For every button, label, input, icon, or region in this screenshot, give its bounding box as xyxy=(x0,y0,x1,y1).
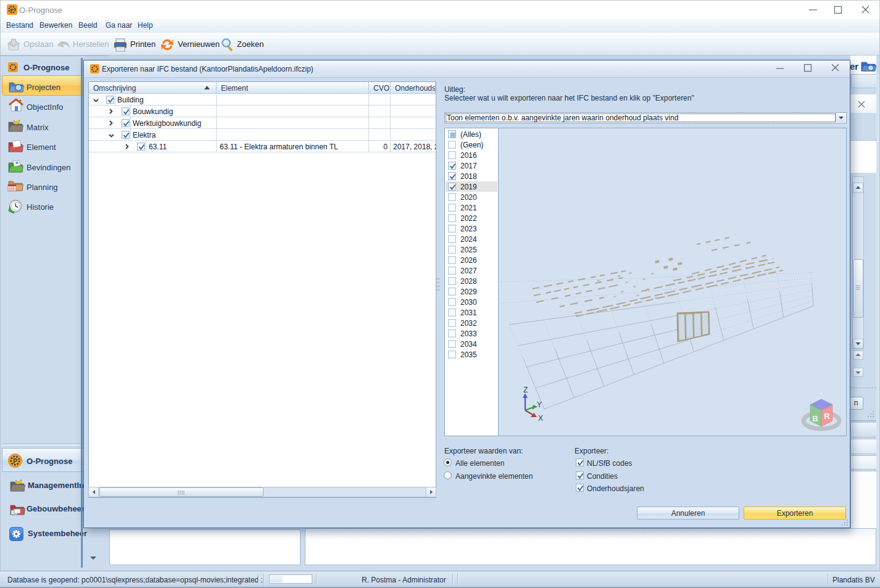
svg-text:Z: Z xyxy=(523,386,528,394)
svg-text:R: R xyxy=(824,412,830,421)
svg-text:X: X xyxy=(538,414,543,423)
svg-text:P: P xyxy=(13,458,17,465)
svg-text:Y: Y xyxy=(537,400,542,409)
svg-text:P: P xyxy=(10,7,14,13)
svg-text:B: B xyxy=(812,414,818,423)
